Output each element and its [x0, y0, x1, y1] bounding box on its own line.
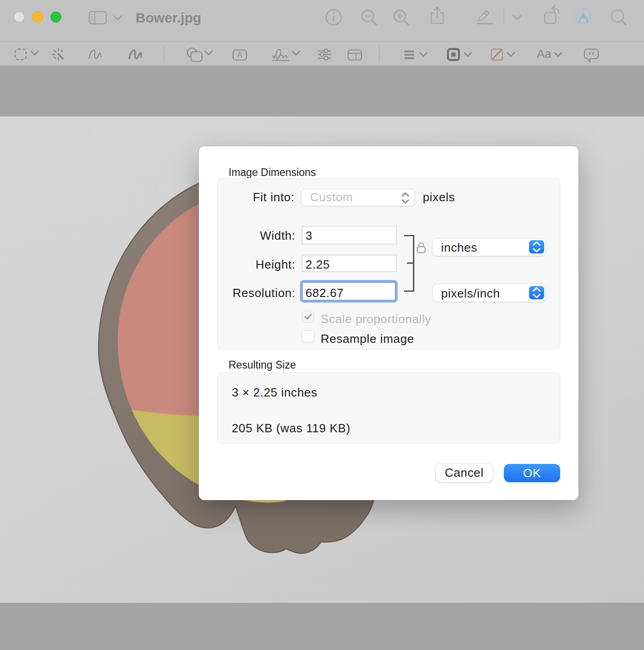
svg-text:A: A [237, 51, 243, 60]
svg-text:Aa: Aa [537, 47, 551, 61]
